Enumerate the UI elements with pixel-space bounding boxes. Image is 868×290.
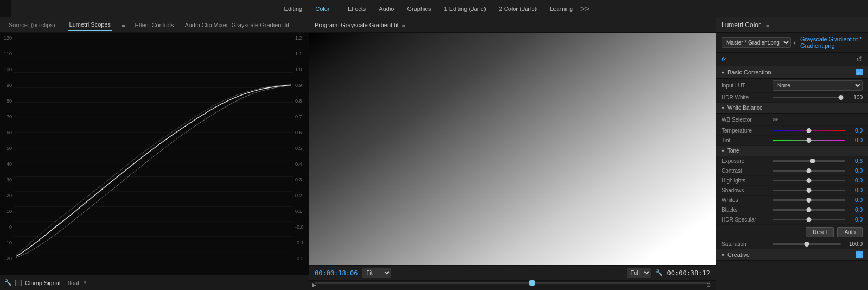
timeline-bar[interactable]: ▶ ⊙ (309, 280, 716, 290)
hdr-specular-value: 0,0 (847, 217, 863, 223)
tab-effect-controls[interactable]: Effect Controls (133, 19, 175, 31)
scope-bottom-bar: 🔧 Clamp Signal float ▾ (0, 275, 309, 290)
contrast-label: Contrast (722, 168, 770, 174)
app-logo-area (0, 0, 11, 17)
creative-collapse-arrow[interactable]: ▾ (722, 252, 724, 258)
program-header: Program: Grayscale Gradient.tif ≡ (309, 17, 716, 33)
saturation-row: Saturation 100,0 (716, 239, 868, 249)
blacks-row: Blacks 0,0 (716, 205, 868, 215)
fx-label: fx (722, 56, 726, 62)
right-panel: Lumetri Color ≡ Master * Gradient.png ▾ … (716, 17, 868, 290)
float-label: float (68, 280, 79, 286)
basic-correction-collapse-arrow[interactable]: ▾ (722, 70, 724, 75)
saturation-label: Saturation (722, 241, 770, 247)
exposure-slider[interactable] (773, 160, 845, 162)
waveform-svg (14, 35, 293, 261)
white-balance-header[interactable]: ▾ White Balance (716, 103, 868, 114)
temperature-value: 0,0 (847, 128, 863, 134)
program-menu-icon[interactable]: ≡ (402, 22, 405, 28)
source-label: Source: (no clips) (4, 22, 60, 28)
menu-item-editing[interactable]: Editing (279, 3, 308, 15)
clip-master-select[interactable]: Master * Gradient.png (722, 37, 791, 48)
input-lut-select[interactable]: None (773, 80, 863, 91)
highlights-value: 0,0 (847, 178, 863, 184)
shadows-row: Shadows 0,0 (716, 186, 868, 196)
timeline-track[interactable] (315, 282, 710, 284)
color-menu-icon: ≡ (331, 5, 334, 12)
wrench-icon[interactable]: 🔧 (4, 279, 12, 286)
temperature-slider[interactable] (773, 130, 845, 131)
fx-reset-icon[interactable]: ↺ (856, 55, 863, 64)
menu-item-audio[interactable]: Audio (373, 3, 399, 15)
contrast-slider[interactable] (773, 170, 845, 172)
menu-item-color[interactable]: Color ≡ (310, 3, 340, 15)
input-lut-row: Input LUT None (716, 79, 868, 93)
fx-bar: fx ↺ (716, 53, 868, 66)
shadows-slider[interactable] (773, 190, 845, 191)
hdr-white-slider[interactable] (773, 97, 841, 98)
panel-tabs-bar: Source: (no clips) Lumetri Scopes ≡ Effe… (0, 17, 309, 33)
basic-correction-header[interactable]: ▾ Basic Correction ✓ (716, 66, 868, 79)
scope-y-axis-left: 1201101009080 7060504030 20100-10-20 (0, 33, 14, 264)
float-dropdown-icon[interactable]: ▾ (84, 279, 87, 286)
menu-item-color-jarle[interactable]: 2 Color (Jarle) (494, 3, 542, 15)
whites-value: 0,0 (847, 197, 863, 203)
whites-label: Whites (722, 197, 770, 203)
resolution-dropdown[interactable]: Full 1/2 1/4 (627, 268, 651, 278)
tab-lumetri-scopes[interactable]: Lumetri Scopes (68, 18, 112, 31)
menu-overflow[interactable]: >> (580, 4, 589, 13)
program-title: Program: Grayscale Gradient.tif (315, 22, 399, 28)
blacks-slider[interactable] (773, 209, 845, 211)
basic-correction-checkbox[interactable]: ✓ (856, 69, 863, 75)
temperature-label: Temperature (722, 128, 770, 134)
wb-selector-row: WB Selector ✏ (716, 114, 868, 126)
clamp-signal-checkbox[interactable] (15, 280, 22, 286)
tone-header[interactable]: ▾ Tone (716, 146, 868, 156)
fit-dropdown[interactable]: Fit 25% 50% 100% (362, 268, 391, 278)
tint-slider[interactable] (773, 140, 845, 141)
timeline-thumb[interactable] (529, 280, 535, 286)
gradient-preview (309, 33, 716, 265)
tint-value: 0,0 (847, 137, 863, 143)
clip-selector-chevron: ▾ (793, 40, 796, 46)
reset-auto-row: Reset Auto (716, 225, 868, 239)
shadows-value: 0,0 (847, 187, 863, 193)
highlights-row: Highlights 0,0 (716, 176, 868, 186)
center-panel: Program: Grayscale Gradient.tif ≡ 00:00:… (309, 17, 716, 290)
highlights-slider[interactable] (773, 180, 845, 181)
clip-name-label: Grayscale Gradient.tif * Gradient.png (800, 36, 863, 49)
settings-icon[interactable]: 🔧 (655, 269, 663, 276)
eyedropper-icon[interactable]: ✏ (773, 115, 779, 124)
tab-lumetri-scopes-menu-icon[interactable]: ≡ (122, 22, 125, 28)
main-panels: Source: (no clips) Lumetri Scopes ≡ Effe… (0, 17, 868, 290)
creative-header[interactable]: ▾ Creative ✓ (716, 249, 868, 261)
whites-slider[interactable] (773, 199, 845, 201)
left-panel: Source: (no clips) Lumetri Scopes ≡ Effe… (0, 17, 309, 290)
menu-item-editing-jarle[interactable]: 1 Editing (Jarle) (439, 3, 492, 15)
lumetri-menu-icon[interactable]: ≡ (766, 22, 769, 28)
highlights-label: Highlights (722, 178, 770, 184)
auto-button[interactable]: Auto (837, 227, 863, 237)
menu-item-graphics[interactable]: Graphics (401, 3, 436, 15)
input-lut-label: Input LUT (722, 83, 770, 89)
menu-item-learning[interactable]: Learning (544, 3, 578, 15)
timecode-in[interactable]: 00:00:18:06 (315, 269, 358, 277)
exposure-row: Exposure 0,6 (716, 156, 868, 166)
saturation-value: 100,0 (843, 241, 863, 247)
scope-grid (14, 35, 293, 261)
reset-button[interactable]: Reset (806, 227, 834, 237)
exposure-label: Exposure (722, 158, 770, 164)
wb-label: White Balance (727, 105, 762, 111)
creative-checkbox[interactable]: ✓ (856, 251, 863, 258)
tint-row: Tint 0,0 (716, 136, 868, 146)
video-display (309, 33, 716, 265)
timeline-end-btn[interactable]: ⊙ (706, 282, 713, 288)
tone-collapse-arrow[interactable]: ▾ (722, 148, 724, 154)
lumetri-color-header: Lumetri Color ≡ (716, 17, 868, 33)
tab-audio-clip-mixer[interactable]: Audio Clip Mixer: Grayscale Gradient.tif (183, 19, 290, 31)
wb-collapse-arrow[interactable]: ▾ (722, 105, 724, 111)
menu-item-effects[interactable]: Effects (342, 3, 371, 15)
hdr-specular-slider[interactable] (773, 219, 845, 220)
saturation-slider[interactable] (773, 243, 841, 245)
blacks-label: Blacks (722, 207, 770, 213)
